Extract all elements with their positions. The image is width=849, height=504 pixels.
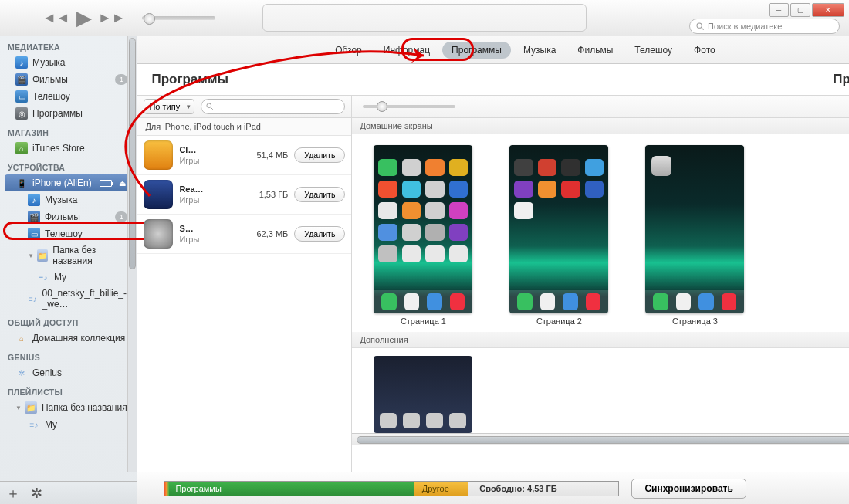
sidebar-item-itunes-store[interactable]: ⌂iTunes Store [0, 140, 137, 157]
sidebar-item-playlist-folder[interactable]: ▼📁Папка без названия [0, 399, 137, 416]
sidebar-item-apps[interactable]: ◎Программы [0, 105, 137, 122]
sidebar-label: Genius [32, 367, 62, 378]
store-icon: ⌂ [15, 142, 28, 154]
tab-overview[interactable]: Обзор [326, 42, 371, 59]
tab-apps[interactable]: Программы [442, 42, 511, 59]
playlist-icon: ≡♪ [28, 293, 38, 305]
sidebar-label: Музыка [45, 194, 77, 205]
tab-music[interactable]: Музыка [514, 42, 565, 59]
page-label: Страница 2 [536, 316, 582, 326]
badge: 1 [115, 74, 127, 85]
section-title-right: Программ [833, 72, 849, 87]
page-label: Страница 3 [672, 316, 718, 326]
sidebar-item-device-folder[interactable]: ▼📁Папка без названия [0, 242, 137, 269]
zoom-slider[interactable] [363, 105, 455, 108]
sidebar-group-devices: УСТРОЙСТВА [0, 157, 137, 174]
app-icon [144, 219, 173, 249]
sidebar-item-movies[interactable]: 🎬Фильмы1 [0, 71, 137, 88]
sidebar-item-device-music[interactable]: ♪Музыка [0, 191, 137, 208]
chevron-down-icon[interactable]: ▼ [28, 252, 34, 259]
sidebar-scrollbar[interactable] [127, 36, 137, 472]
playback-controls: ◄◄ ▶ ►► [42, 6, 215, 30]
sidebar-item-genius[interactable]: ✲Genius [0, 364, 137, 381]
sidebar-item-music[interactable]: ♪Музыка [0, 54, 137, 71]
home-screens-title: Домашние экраны+ [352, 118, 849, 134]
close-button[interactable]: ✕ [812, 3, 844, 17]
home-screen-page[interactable]: Страница 3 [645, 145, 744, 326]
sidebar-item-device-playlist-track[interactable]: ≡♪00_netsky_ft_billie_-_we… [0, 286, 137, 312]
sidebar-label: Папка без названия [42, 402, 127, 413]
app-icon [144, 140, 173, 170]
sort-dropdown[interactable]: По типу [144, 99, 194, 114]
content-area: Обзор Информац Программы Музыка Фильмы Т… [137, 36, 849, 504]
sidebar-item-home-sharing[interactable]: ⌂Домашняя коллекция [0, 330, 137, 347]
folder-icon: 📁 [37, 249, 48, 262]
section-title: Программы [151, 72, 228, 87]
svg-line-3 [211, 107, 213, 110]
sidebar-group-library: МЕДИАТЕКА [0, 36, 137, 54]
eject-icon[interactable]: ⏏ [119, 179, 126, 188]
settings-button[interactable]: ✲ [31, 485, 42, 502]
prev-button[interactable]: ◄◄ [42, 10, 70, 26]
playlist-icon: ≡♪ [28, 418, 40, 431]
tab-movies[interactable]: Фильмы [568, 42, 622, 59]
sync-button[interactable]: Синхронизировать [631, 479, 746, 499]
horizontal-scrollbar[interactable] [352, 433, 849, 445]
app-name: Cl… [179, 144, 242, 155]
sidebar-item-device-playlist-my[interactable]: ≡♪My [0, 269, 137, 286]
capacity-bar: Программы Другое Свободно: 4,53 ГБ [164, 481, 619, 496]
app-size: 1,53 ГБ [248, 190, 288, 199]
add-playlist-button[interactable]: ＋ [6, 484, 20, 502]
sidebar-group-store: МАГАЗИН [0, 122, 137, 140]
movies-icon: 🎬 [15, 73, 28, 86]
app-row[interactable]: S…Игры 62,3 МБ Удалить [137, 215, 351, 254]
app-row[interactable]: Rea…Игры 1,53 ГБ Удалить [137, 175, 351, 215]
sidebar-label: My [54, 272, 66, 282]
extras-title: Дополнения [352, 332, 849, 348]
app-size: 62,3 МБ [248, 229, 288, 238]
minimize-button[interactable]: ─ [769, 3, 789, 17]
library-search-input[interactable]: Поиск в медиатеке [689, 19, 840, 34]
search-placeholder: Поиск в медиатеке [708, 22, 782, 31]
zoom-bar [352, 95, 849, 118]
sidebar-item-tv[interactable]: ▭Телешоу [0, 88, 137, 105]
tab-tv[interactable]: Телешоу [625, 42, 682, 59]
maximize-button[interactable]: ▢ [790, 3, 810, 17]
tab-info[interactable]: Информац [374, 42, 439, 59]
app-size: 51,4 МБ [248, 151, 288, 160]
sidebar-label: Телешоу [45, 228, 83, 239]
window-controls: ─ ▢ ✕ [769, 3, 844, 17]
delete-app-button[interactable]: Удалить [294, 226, 345, 242]
apps-search-input[interactable] [201, 99, 345, 114]
sidebar-label: iTunes Store [32, 143, 85, 154]
volume-slider[interactable] [142, 16, 215, 20]
svg-point-0 [697, 23, 702, 28]
device-tabs: Обзор Информац Программы Музыка Фильмы Т… [137, 36, 849, 64]
apps-filter-bar: По типу [137, 95, 351, 118]
app-genre: Игры [179, 194, 242, 205]
app-icon [144, 180, 173, 209]
sidebar-item-device-tv[interactable]: ▭Телешоу [0, 225, 137, 242]
delete-app-button[interactable]: Удалить [294, 147, 345, 163]
svg-point-2 [207, 103, 211, 108]
chevron-down-icon[interactable]: ▼ [15, 404, 22, 411]
sidebar-label: Телешоу [32, 91, 70, 102]
next-button[interactable]: ►► [98, 10, 126, 26]
sidebar-label: My [45, 419, 57, 430]
tv-icon: ▭ [28, 228, 40, 240]
tab-photos[interactable]: Фото [685, 42, 725, 59]
sidebar-footer: ＋ ✲ [0, 481, 137, 504]
music-icon: ♪ [15, 56, 28, 69]
sidebar-item-playlist-my[interactable]: ≡♪My [0, 416, 137, 433]
app-row[interactable]: Cl…Игры 51,4 МБ Удалить [137, 136, 351, 175]
sidebar-item-device-iphone[interactable]: 📱 iPhone (AliEn) ⏏ [5, 174, 132, 191]
sidebar-label: Папка без названия [52, 245, 129, 266]
home-screen-page[interactable]: Страница 1 [374, 145, 472, 326]
extras-screen[interactable] [374, 356, 472, 433]
play-button[interactable]: ▶ [76, 6, 92, 30]
home-screens-panel: Домашние экраны+ [352, 95, 849, 472]
home-screen-page[interactable]: Страница 2 [509, 145, 608, 326]
delete-app-button[interactable]: Удалить [294, 187, 345, 202]
sidebar-item-device-movies[interactable]: 🎬Фильмы1 [0, 208, 137, 225]
home-icon: ⌂ [15, 332, 28, 344]
